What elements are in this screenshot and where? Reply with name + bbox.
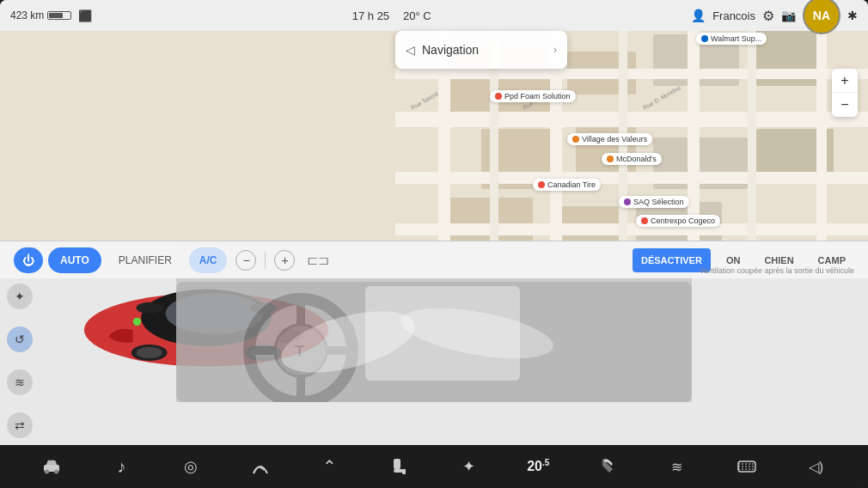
recirc-button[interactable]: ↺: [7, 326, 33, 352]
music-icon: ♪: [117, 457, 125, 477]
map-place-canadian-tire[interactable]: Canadian Tire: [533, 179, 601, 191]
status-bar: 423 km ⬛ 17 h 25 20° C 👤 Francois ⚙ 📷 NA…: [0, 0, 868, 31]
map-place-ppd[interactable]: Ppd Foam Solution: [490, 90, 576, 102]
recirc-icon: ↺: [15, 332, 25, 346]
main-screen: Rue Tascré Rue Comeau Rue D. Mondou Ppd …: [0, 0, 868, 488]
power-icon: ⏻: [22, 253, 34, 267]
svg-rect-55: [402, 469, 406, 474]
map-zoom-controls: + −: [832, 69, 858, 117]
planifier-button[interactable]: PLANIFIER: [107, 247, 184, 273]
svg-rect-15: [395, 69, 868, 79]
navigation-icon: ◁: [406, 43, 415, 57]
rear-heat-button[interactable]: ≋: [660, 449, 694, 484]
settings-icon[interactable]: ⚙: [762, 8, 774, 24]
fan-bottom-button[interactable]: ✦: [451, 449, 486, 484]
user-avatar[interactable]: NA: [803, 0, 840, 34]
charge-icon: ⬛: [78, 9, 92, 22]
fan-icon: ✦: [15, 290, 25, 303]
climate-note: Ventilation coupée après la sortie du vé…: [699, 266, 854, 275]
camera-icon[interactable]: 📷: [781, 9, 796, 22]
bottom-bar: ♪ ◎ ⌃ ✦ 20.5: [0, 445, 868, 488]
apps-icon: ◎: [184, 457, 198, 476]
left-controls: ✦ ↺ ≋ ⇄: [7, 284, 33, 438]
temp-display: 20.5: [521, 449, 555, 484]
svg-rect-22: [816, 26, 827, 258]
temp-minus-button[interactable]: −: [235, 250, 256, 271]
ac-button[interactable]: A/C: [189, 247, 228, 273]
fan-bottom-icon: ✦: [462, 457, 475, 476]
status-left: 423 km ⬛: [10, 9, 92, 22]
status-right: 👤 Francois ⚙ 📷 NA ✱: [691, 0, 858, 34]
sync-icon: ⇄: [15, 418, 25, 432]
car-button[interactable]: [34, 449, 69, 484]
map-place-walmart[interactable]: Walmart Sup...: [696, 33, 767, 45]
climate-bar: ⏻ AUTO PLANIFIER A/C − + ⊏⊐ DÉSACTIVER: [0, 241, 868, 278]
svg-rect-53: [394, 459, 400, 469]
heat-button[interactable]: ≋: [7, 369, 33, 395]
temp-plus-button[interactable]: +: [274, 250, 295, 271]
bluetooth-icon: ✱: [847, 9, 858, 22]
chevron-up-button[interactable]: ⌃: [313, 449, 347, 484]
defrost-button[interactable]: [730, 449, 764, 484]
rear-heat-icon: ≋: [671, 459, 682, 475]
phone-button[interactable]: [590, 449, 625, 484]
navigation-overlay[interactable]: ◁ Navigation ›: [395, 31, 567, 69]
map-place-village[interactable]: Village des Valeurs: [567, 133, 652, 145]
temp-control: − +: [235, 250, 295, 271]
power-button[interactable]: ⏻: [14, 247, 43, 273]
temp-separator: [265, 252, 266, 269]
user-icon: 👤: [691, 9, 706, 22]
seat-button[interactable]: [382, 449, 417, 484]
svg-rect-12: [395, 112, 868, 127]
time-display: 17 h 25: [352, 9, 389, 22]
battery-icon: [47, 11, 71, 20]
volume-icon: ◁): [809, 459, 823, 475]
temperature-display: 20° C: [403, 9, 431, 22]
vent-icon: ⊏⊐: [307, 252, 329, 268]
map-place-centrexpo[interactable]: Centrexpo Cogeco: [636, 215, 720, 227]
sync-button[interactable]: ⇄: [7, 412, 33, 438]
fan-speed-button[interactable]: ✦: [7, 284, 33, 309]
wiper-button[interactable]: [243, 449, 278, 484]
music-button[interactable]: ♪: [104, 449, 138, 484]
svg-rect-21: [748, 26, 756, 258]
map-place-mcdonalds[interactable]: McDonald's: [602, 153, 662, 165]
auto-button[interactable]: AUTO: [48, 247, 101, 273]
svg-rect-14: [395, 223, 868, 235]
navigation-chevron: ›: [553, 44, 557, 56]
range-display: 423 km: [10, 9, 71, 21]
navigation-label: Navigation: [422, 43, 547, 57]
user-name: Francois: [712, 9, 755, 22]
zoom-in-button[interactable]: +: [832, 69, 858, 93]
volume-button[interactable]: ◁): [799, 449, 834, 484]
apps-button[interactable]: ◎: [174, 449, 208, 484]
svg-point-52: [54, 470, 58, 474]
status-center: 17 h 25 20° C: [352, 9, 431, 22]
map-place-saq[interactable]: SAQ Sélection: [619, 196, 689, 208]
zoom-out-button[interactable]: −: [832, 93, 858, 117]
chevron-up-icon: ⌃: [322, 456, 337, 477]
svg-point-51: [45, 470, 49, 474]
svg-rect-13: [395, 172, 868, 184]
vent-icons: ⊏⊐: [307, 252, 329, 268]
heat-icon: ≋: [15, 375, 25, 389]
